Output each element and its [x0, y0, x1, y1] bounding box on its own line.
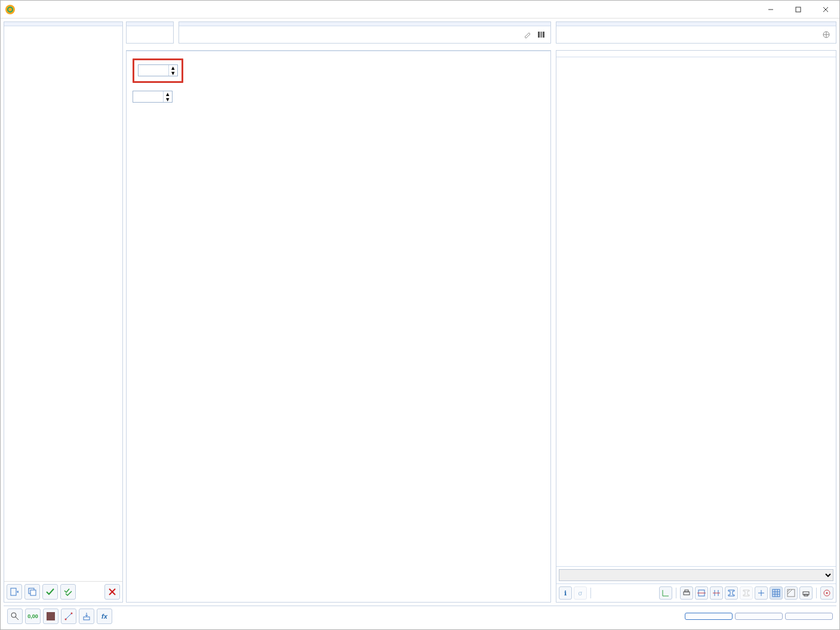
dim1-icon[interactable]	[695, 586, 708, 600]
export-icon[interactable]	[79, 609, 94, 624]
library-icon[interactable]	[535, 29, 547, 41]
ishape-2-icon[interactable]	[740, 586, 753, 600]
name-label	[179, 22, 550, 26]
delete-button[interactable]	[104, 584, 120, 600]
grid-icon[interactable]	[770, 586, 783, 600]
preview-panel: ℹ σ	[556, 50, 836, 603]
preview-dropdown[interactable]	[559, 569, 833, 581]
info-icon[interactable]: ℹ	[559, 586, 572, 600]
help-icon[interactable]	[7, 609, 23, 624]
simplex-down[interactable]: ▾	[164, 97, 172, 102]
fe-factor-spinner[interactable]: ▴▾	[138, 64, 178, 76]
svg-line-42	[66, 613, 72, 619]
svg-rect-8	[30, 590, 36, 595]
member-icon[interactable]	[61, 609, 76, 624]
cancel-button[interactable]	[735, 613, 783, 620]
svg-line-41	[16, 617, 19, 620]
svg-rect-28	[773, 589, 780, 597]
print2-icon[interactable]	[799, 586, 813, 600]
section-list-panel	[4, 21, 123, 603]
target-icon[interactable]	[820, 586, 833, 600]
svg-point-43	[65, 619, 67, 620]
view-axes-icon[interactable]	[659, 586, 672, 600]
assigned-label	[556, 22, 836, 26]
name-input[interactable]	[183, 30, 522, 39]
nr-label	[127, 22, 173, 26]
check-one-button[interactable]	[42, 584, 58, 600]
apply-button[interactable]	[785, 613, 833, 620]
svg-point-39	[826, 592, 828, 594]
minimize-button[interactable]	[757, 1, 784, 18]
ok-button[interactable]	[685, 613, 733, 620]
svg-rect-20	[685, 590, 688, 592]
svg-point-44	[71, 613, 73, 614]
fe-factor-highlight: ▴▾	[133, 58, 183, 83]
simplex-factor-input[interactable]	[133, 91, 163, 102]
svg-rect-11	[538, 32, 540, 38]
titlebar	[1, 1, 839, 18]
edit-icon[interactable]	[522, 29, 534, 41]
section-list-header	[4, 22, 122, 26]
svg-rect-13	[543, 32, 544, 38]
fe-down[interactable]: ▾	[169, 70, 177, 76]
svg-rect-45	[84, 617, 90, 620]
preview-title	[556, 51, 836, 57]
assigned-input[interactable]	[560, 30, 820, 39]
svg-line-34	[787, 589, 790, 592]
hatch-icon[interactable]	[784, 586, 798, 600]
close-button[interactable]	[812, 1, 839, 18]
print-icon[interactable]	[680, 586, 693, 600]
fe-factor-input[interactable]	[139, 65, 168, 76]
copy-button[interactable]	[24, 584, 40, 600]
svg-rect-1	[796, 7, 801, 12]
axes-icon[interactable]	[755, 586, 768, 600]
units-icon[interactable]: 0,00	[25, 609, 41, 624]
app-icon	[5, 5, 15, 14]
svg-rect-4	[11, 588, 16, 595]
fx-icon[interactable]: fx	[97, 609, 112, 624]
sigma-icon[interactable]: σ	[574, 586, 587, 600]
dim2-icon[interactable]	[710, 586, 723, 600]
simplex-factor-spinner[interactable]: ▴▾	[133, 91, 173, 103]
preview-canvas	[556, 57, 836, 566]
svg-line-35	[787, 589, 792, 594]
svg-rect-12	[540, 32, 542, 38]
pick-icon[interactable]	[820, 29, 832, 41]
check-all-button[interactable]	[60, 584, 76, 600]
ishape-1-icon[interactable]	[725, 586, 738, 600]
svg-rect-19	[684, 592, 690, 595]
svg-point-40	[11, 613, 16, 617]
new-button[interactable]	[7, 584, 22, 600]
color-icon[interactable]	[43, 609, 59, 624]
maximize-button[interactable]	[784, 1, 812, 18]
section-list[interactable]	[4, 26, 122, 581]
